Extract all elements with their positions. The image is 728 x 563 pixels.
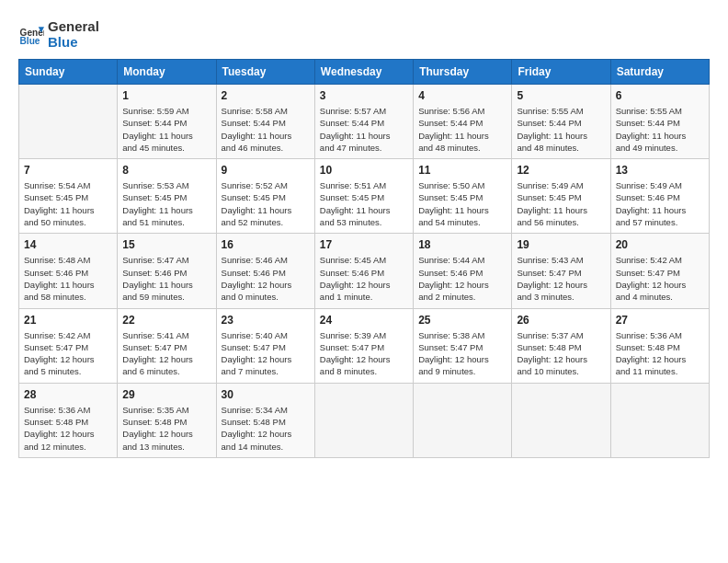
- day-number: 28: [24, 388, 112, 401]
- day-info: Sunrise: 5:34 AM Sunset: 5:48 PM Dayligh…: [222, 404, 310, 453]
- calendar-cell: 20Sunrise: 5:42 AM Sunset: 5:47 PM Dayli…: [610, 234, 709, 308]
- day-info: Sunrise: 5:49 AM Sunset: 5:46 PM Dayligh…: [616, 179, 704, 228]
- svg-text:Blue: Blue: [20, 36, 40, 46]
- day-info: Sunrise: 5:43 AM Sunset: 5:47 PM Dayligh…: [517, 254, 605, 303]
- calendar-cell: 9Sunrise: 5:52 AM Sunset: 5:45 PM Daylig…: [216, 159, 314, 234]
- calendar-cell: 13Sunrise: 5:49 AM Sunset: 5:46 PM Dayli…: [610, 159, 709, 234]
- day-number: 20: [616, 238, 704, 251]
- weekday-header-thursday: Thursday: [414, 60, 512, 85]
- day-number: 22: [122, 314, 210, 327]
- day-number: 7: [24, 164, 112, 177]
- calendar-week-2: 7Sunrise: 5:54 AM Sunset: 5:45 PM Daylig…: [19, 159, 710, 234]
- calendar-cell: 7Sunrise: 5:54 AM Sunset: 5:45 PM Daylig…: [19, 159, 118, 234]
- day-number: 5: [517, 89, 605, 102]
- calendar-cell: 4Sunrise: 5:56 AM Sunset: 5:44 PM Daylig…: [414, 85, 512, 159]
- day-info: Sunrise: 5:50 AM Sunset: 5:45 PM Dayligh…: [418, 179, 506, 228]
- day-info: Sunrise: 5:59 AM Sunset: 5:44 PM Dayligh…: [122, 105, 210, 154]
- calendar-week-1: 1Sunrise: 5:59 AM Sunset: 5:44 PM Daylig…: [19, 85, 710, 159]
- day-info: Sunrise: 5:37 AM Sunset: 5:48 PM Dayligh…: [517, 329, 605, 378]
- calendar-cell: 5Sunrise: 5:55 AM Sunset: 5:44 PM Daylig…: [512, 85, 610, 159]
- calendar-cell: 2Sunrise: 5:58 AM Sunset: 5:44 PM Daylig…: [216, 85, 314, 159]
- day-number: 18: [418, 238, 506, 251]
- day-info: Sunrise: 5:55 AM Sunset: 5:44 PM Dayligh…: [517, 105, 605, 154]
- calendar-cell: 28Sunrise: 5:36 AM Sunset: 5:48 PM Dayli…: [19, 383, 118, 457]
- calendar-cell: 3Sunrise: 5:57 AM Sunset: 5:44 PM Daylig…: [314, 85, 413, 159]
- calendar-cell: [314, 383, 413, 457]
- calendar-cell: [19, 85, 118, 159]
- day-info: Sunrise: 5:46 AM Sunset: 5:46 PM Dayligh…: [222, 254, 310, 303]
- calendar-cell: 14Sunrise: 5:48 AM Sunset: 5:46 PM Dayli…: [19, 234, 118, 308]
- day-info: Sunrise: 5:58 AM Sunset: 5:44 PM Dayligh…: [222, 105, 310, 154]
- calendar-cell: 11Sunrise: 5:50 AM Sunset: 5:45 PM Dayli…: [414, 159, 512, 234]
- day-number: 2: [222, 89, 310, 102]
- day-number: 3: [320, 89, 408, 102]
- calendar-cell: 24Sunrise: 5:39 AM Sunset: 5:47 PM Dayli…: [314, 308, 413, 383]
- day-info: Sunrise: 5:49 AM Sunset: 5:45 PM Dayligh…: [517, 179, 605, 228]
- logo-text-blue: Blue: [48, 34, 99, 50]
- calendar-cell: [610, 383, 709, 457]
- calendar-cell: 30Sunrise: 5:34 AM Sunset: 5:48 PM Dayli…: [216, 383, 314, 457]
- day-info: Sunrise: 5:36 AM Sunset: 5:48 PM Dayligh…: [616, 329, 704, 378]
- day-info: Sunrise: 5:39 AM Sunset: 5:47 PM Dayligh…: [320, 329, 408, 378]
- day-info: Sunrise: 5:55 AM Sunset: 5:44 PM Dayligh…: [616, 105, 704, 154]
- calendar-cell: 19Sunrise: 5:43 AM Sunset: 5:47 PM Dayli…: [512, 234, 610, 308]
- day-number: 21: [24, 314, 112, 327]
- calendar-cell: 21Sunrise: 5:42 AM Sunset: 5:47 PM Dayli…: [19, 308, 118, 383]
- calendar-cell: 1Sunrise: 5:59 AM Sunset: 5:44 PM Daylig…: [118, 85, 216, 159]
- day-info: Sunrise: 5:40 AM Sunset: 5:47 PM Dayligh…: [222, 329, 310, 378]
- calendar-table: SundayMondayTuesdayWednesdayThursdayFrid…: [18, 59, 710, 458]
- day-info: Sunrise: 5:42 AM Sunset: 5:47 PM Dayligh…: [24, 329, 112, 378]
- calendar-week-3: 14Sunrise: 5:48 AM Sunset: 5:46 PM Dayli…: [19, 234, 710, 308]
- day-number: 11: [418, 164, 506, 177]
- weekday-header-sunday: Sunday: [19, 60, 118, 85]
- day-info: Sunrise: 5:42 AM Sunset: 5:47 PM Dayligh…: [616, 254, 704, 303]
- day-number: 27: [616, 314, 704, 327]
- calendar-cell: 17Sunrise: 5:45 AM Sunset: 5:46 PM Dayli…: [314, 234, 413, 308]
- calendar-cell: 23Sunrise: 5:40 AM Sunset: 5:47 PM Dayli…: [216, 308, 314, 383]
- day-number: 23: [222, 314, 310, 327]
- day-info: Sunrise: 5:51 AM Sunset: 5:45 PM Dayligh…: [320, 179, 408, 228]
- day-number: 4: [418, 89, 506, 102]
- day-number: 24: [320, 314, 408, 327]
- day-number: 16: [222, 238, 310, 251]
- day-info: Sunrise: 5:57 AM Sunset: 5:44 PM Dayligh…: [320, 105, 408, 154]
- page-header: General Blue General Blue: [18, 18, 710, 50]
- calendar-cell: 6Sunrise: 5:55 AM Sunset: 5:44 PM Daylig…: [610, 85, 709, 159]
- calendar-cell: 8Sunrise: 5:53 AM Sunset: 5:45 PM Daylig…: [118, 159, 216, 234]
- day-number: 1: [122, 89, 210, 102]
- logo-text-general: General: [48, 18, 99, 34]
- calendar-cell: [512, 383, 610, 457]
- day-info: Sunrise: 5:44 AM Sunset: 5:46 PM Dayligh…: [418, 254, 506, 303]
- calendar-cell: 29Sunrise: 5:35 AM Sunset: 5:48 PM Dayli…: [118, 383, 216, 457]
- calendar-cell: 12Sunrise: 5:49 AM Sunset: 5:45 PM Dayli…: [512, 159, 610, 234]
- calendar-cell: 26Sunrise: 5:37 AM Sunset: 5:48 PM Dayli…: [512, 308, 610, 383]
- day-info: Sunrise: 5:48 AM Sunset: 5:46 PM Dayligh…: [24, 254, 112, 303]
- calendar-week-5: 28Sunrise: 5:36 AM Sunset: 5:48 PM Dayli…: [19, 383, 710, 457]
- day-number: 25: [418, 314, 506, 327]
- day-info: Sunrise: 5:54 AM Sunset: 5:45 PM Dayligh…: [24, 179, 112, 228]
- calendar-week-4: 21Sunrise: 5:42 AM Sunset: 5:47 PM Dayli…: [19, 308, 710, 383]
- day-info: Sunrise: 5:45 AM Sunset: 5:46 PM Dayligh…: [320, 254, 408, 303]
- day-info: Sunrise: 5:38 AM Sunset: 5:47 PM Dayligh…: [418, 329, 506, 378]
- day-info: Sunrise: 5:47 AM Sunset: 5:46 PM Dayligh…: [122, 254, 210, 303]
- day-number: 15: [122, 238, 210, 251]
- day-number: 19: [517, 238, 605, 251]
- calendar-cell: [414, 383, 512, 457]
- calendar-cell: 27Sunrise: 5:36 AM Sunset: 5:48 PM Dayli…: [610, 308, 709, 383]
- day-number: 9: [222, 164, 310, 177]
- day-info: Sunrise: 5:52 AM Sunset: 5:45 PM Dayligh…: [222, 179, 310, 228]
- calendar-cell: 25Sunrise: 5:38 AM Sunset: 5:47 PM Dayli…: [414, 308, 512, 383]
- day-number: 10: [320, 164, 408, 177]
- day-info: Sunrise: 5:56 AM Sunset: 5:44 PM Dayligh…: [418, 105, 506, 154]
- logo: General Blue General Blue: [18, 18, 99, 50]
- day-info: Sunrise: 5:53 AM Sunset: 5:45 PM Dayligh…: [122, 179, 210, 228]
- weekday-header-row: SundayMondayTuesdayWednesdayThursdayFrid…: [19, 60, 710, 85]
- day-number: 14: [24, 238, 112, 251]
- day-number: 30: [222, 388, 310, 401]
- day-number: 12: [517, 164, 605, 177]
- weekday-header-tuesday: Tuesday: [216, 60, 314, 85]
- day-number: 29: [122, 388, 210, 401]
- weekday-header-saturday: Saturday: [610, 60, 709, 85]
- day-info: Sunrise: 5:41 AM Sunset: 5:47 PM Dayligh…: [122, 329, 210, 378]
- calendar-cell: 10Sunrise: 5:51 AM Sunset: 5:45 PM Dayli…: [314, 159, 413, 234]
